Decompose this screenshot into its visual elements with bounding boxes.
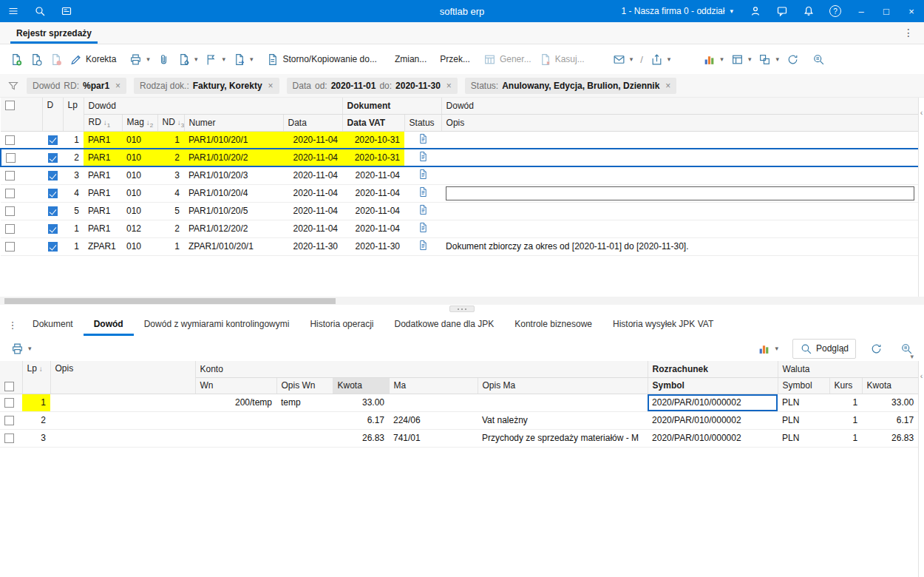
col-header-rd[interactable]: RD↓1 <box>84 114 122 131</box>
help-button[interactable]: ? <box>822 0 849 22</box>
col-header-d[interactable]: D <box>42 98 63 131</box>
row-d-checkbox[interactable] <box>48 224 58 234</box>
col-header-symbol[interactable]: Symbol <box>648 377 778 394</box>
tab-rejestr-sprzedazy[interactable]: Rejestr sprzedaży <box>10 24 98 44</box>
remove-filter-icon[interactable]: × <box>115 81 120 91</box>
tab-kontrole-biznesowe[interactable]: Kontrole biznesowe <box>504 314 602 336</box>
row-d-checkbox[interactable] <box>48 171 58 180</box>
open-windows-button[interactable] <box>53 0 80 22</box>
layout-panels-button[interactable]: ▾ <box>727 50 755 70</box>
row-d-checkbox[interactable] <box>48 242 58 252</box>
korekta-button[interactable]: Korekta <box>66 50 120 70</box>
global-search-button[interactable] <box>27 0 53 22</box>
podglad-button[interactable]: Podgląd <box>792 339 856 359</box>
col-header-data-vat[interactable]: Data VAT <box>342 114 404 131</box>
entry-row[interactable]: 3 26.83 741/01 Przychody ze sprzedaży ma… <box>0 429 918 447</box>
col-header-kwota[interactable]: Kwota <box>333 377 389 394</box>
detail-refresh-button[interactable] <box>866 339 886 359</box>
row-d-checkbox[interactable] <box>48 189 58 198</box>
cell-rozrachunek-symbol-focused[interactable]: 2020/PAR/010/000002 <box>648 394 778 411</box>
col-header-wn[interactable]: Wn <box>195 377 276 394</box>
row-select-checkbox[interactable] <box>4 433 14 443</box>
horizontal-scrollbar[interactable] <box>0 297 924 305</box>
tab-dowod-wymiary[interactable]: Dowód z wymiarami kontrolingowymi <box>134 314 300 336</box>
export-data-button[interactable]: ▾ <box>647 50 675 70</box>
tab-dodatkowe-dane-jpk[interactable]: Dodatkowe dane dla JPK <box>384 314 504 336</box>
kasowanie-button[interactable]: Kasuj... <box>535 50 588 70</box>
maximize-button[interactable]: □ <box>874 0 899 22</box>
detail-tabs-menu-button[interactable]: ⋮ <box>3 314 22 336</box>
row-select-checkbox[interactable] <box>5 171 15 180</box>
splitter-handle[interactable] <box>449 306 475 312</box>
detail-print-button[interactable]: ▾ <box>7 339 35 359</box>
row-d-checkbox[interactable] <box>48 206 58 216</box>
document-row[interactable]: 1 PAR1 010 1 PAR1/010/20/1 2020-11-04 20… <box>1 131 919 149</box>
document-row[interactable]: 1 ZPAR1 010 1 ZPAR1/010/20/1 2020-11-30 … <box>1 237 919 255</box>
detail-more-chevron-button[interactable]: ▾ <box>910 353 914 360</box>
detail-select-all-checkbox[interactable] <box>4 382 14 391</box>
document-row[interactable]: 3 PAR1 010 3 PAR1/010/20/3 2020-11-04 20… <box>1 166 919 184</box>
entry-row[interactable]: 1 200/temp temp 33.00 2020/PAR/010/00000… <box>0 394 918 411</box>
row-select-checkbox[interactable] <box>6 153 16 163</box>
document-schema-button[interactable]: ▾ <box>174 50 202 70</box>
tab-dokument[interactable]: Dokument <box>22 314 84 336</box>
row-select-checkbox[interactable] <box>4 398 14 408</box>
zmiana-button[interactable]: Zmian... <box>391 50 430 68</box>
select-all-checkbox[interactable] <box>5 101 15 110</box>
col-header-lp[interactable]: Lp <box>63 98 84 131</box>
filter-chip-dowod-rd[interactable]: Dowód RD: %par1 × <box>27 78 126 94</box>
col-header-opis[interactable]: Opis <box>50 361 195 394</box>
col-header-lp[interactable]: Lp↓ <box>22 361 50 394</box>
row-select-checkbox[interactable] <box>5 135 15 145</box>
detail-chart-button[interactable]: ▾ <box>754 339 782 359</box>
przeksiegowanie-button[interactable]: Przek... <box>436 50 474 68</box>
row-select-checkbox[interactable] <box>5 224 15 234</box>
delete-document-button[interactable] <box>46 50 66 70</box>
user-profile-button[interactable] <box>742 0 769 22</box>
refresh-button[interactable] <box>783 50 803 70</box>
col-header-data[interactable]: Data <box>283 114 342 131</box>
document-row-selected[interactable]: 2 PAR1 010 2 PAR1/010/20/2 2020-11-04 20… <box>1 149 919 166</box>
filter-funnel-icon[interactable] <box>7 80 19 92</box>
document-row[interactable]: 1 PAR1 012 2 PAR1/012/20/2 2020-11-04 20… <box>1 220 919 237</box>
document-row[interactable]: 5 PAR1 010 5 PAR1/010/20/5 2020-11-04 20… <box>1 202 919 220</box>
new-document-button[interactable] <box>6 50 26 70</box>
row-d-checkbox[interactable] <box>48 153 58 163</box>
company-selector[interactable]: 1 - Nasza firma 0 - oddział ▾ <box>612 0 742 22</box>
remove-filter-icon[interactable]: × <box>446 81 452 91</box>
storno-copy-button[interactable]: Storno/Kopiowanie do... <box>262 50 380 70</box>
document-row[interactable]: 4 PAR1 010 4 PAR1/010/20/4 2020-11-04 20… <box>1 184 919 202</box>
filter-chip-data[interactable]: Data od: 2020-11-01 do: 2020-11-30 × <box>287 78 458 94</box>
views-button[interactable]: ▾ <box>755 50 783 70</box>
remove-filter-icon[interactable]: × <box>665 81 670 91</box>
tab-historia-wysylek-jpk[interactable]: Historia wysyłek JPK VAT <box>602 314 724 336</box>
attachments-button[interactable] <box>154 50 174 70</box>
edit-document-button[interactable] <box>26 50 46 70</box>
row-d-checkbox[interactable] <box>48 135 58 145</box>
search-in-grid-button[interactable] <box>809 50 829 70</box>
tab-dowod[interactable]: Dowód <box>84 314 134 336</box>
col-header-kurs[interactable]: Kurs <box>829 377 862 394</box>
opis-inline-editor[interactable] <box>446 186 914 200</box>
entry-row[interactable]: 2 6.17 224/06 Vat należny 2020/PAR/010/0… <box>0 411 918 429</box>
row-select-checkbox[interactable] <box>4 416 14 425</box>
print-button[interactable]: ▾ <box>126 50 154 70</box>
filter-chip-rodzaj-dok[interactable]: Rodzaj dok.: Faktury, Korekty × <box>134 78 279 94</box>
row-select-checkbox[interactable] <box>5 242 15 252</box>
col-header-waluta-kwota[interactable]: Kwota <box>862 377 918 394</box>
col-header-opis[interactable]: Opis <box>441 114 919 131</box>
col-header-waluta-symbol[interactable]: Symbol <box>778 377 829 394</box>
tab-historia-operacji[interactable]: Historia operacji <box>299 314 384 336</box>
notifications-button[interactable] <box>795 0 822 22</box>
col-header-nd[interactable]: ND↓3 <box>157 114 184 131</box>
minimize-button[interactable]: – <box>849 0 874 22</box>
chart-button[interactable]: ▾ <box>699 50 727 70</box>
send-mail-button[interactable]: ▾ <box>609 50 637 70</box>
filter-chip-status[interactable]: Status: Anulowany, Edycja, Brulion, Dzie… <box>465 78 677 94</box>
export-document-button[interactable]: ▾ <box>229 50 257 70</box>
col-header-opis-ma[interactable]: Opis Ma <box>478 377 648 394</box>
col-header-numer[interactable]: Numer <box>184 114 283 131</box>
row-select-checkbox[interactable] <box>5 189 15 198</box>
collapse-panel-icon[interactable]: ‹ <box>918 371 924 380</box>
hamburger-menu-button[interactable] <box>0 0 27 22</box>
